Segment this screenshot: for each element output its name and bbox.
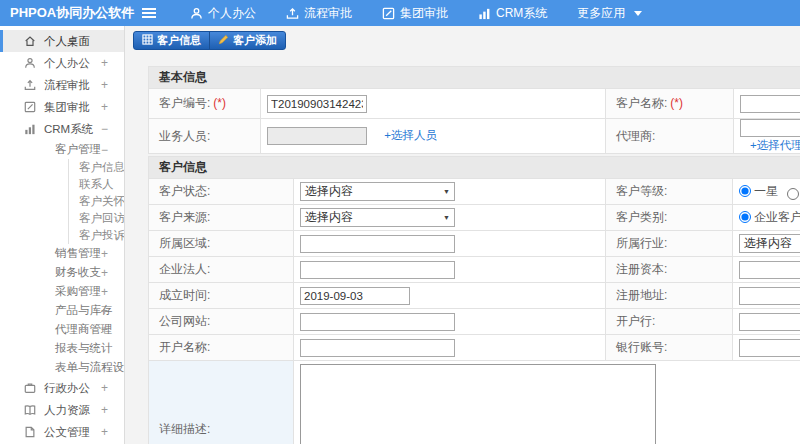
sidebar-item-form-flow-settings[interactable]: 表单与流程设置+ bbox=[0, 358, 124, 377]
bank-account-label: 银行账号: bbox=[606, 335, 733, 361]
sidebar-item-agent-mgmt[interactable]: 代理商管理 + bbox=[0, 320, 124, 339]
expand-icon[interactable]: + bbox=[101, 320, 108, 339]
expand-icon[interactable]: + bbox=[101, 399, 108, 421]
dropdown-arrow-icon: ▼ bbox=[443, 188, 450, 195]
collapse-icon[interactable]: − bbox=[101, 118, 108, 140]
sidebar-item-finance[interactable]: 财务收支 + bbox=[0, 263, 124, 282]
basic-info-section: 基本信息 客户编号:(*) 客户名称:(*) 业务人员: +选择人员 代理商 bbox=[148, 66, 800, 154]
sidebar-item-contacts[interactable]: 联系人 bbox=[69, 176, 124, 193]
user-icon bbox=[24, 57, 36, 69]
customer-category-label: 客户类别: bbox=[606, 205, 733, 231]
book-icon bbox=[24, 404, 36, 416]
sidebar-item-workflow-approval[interactable]: 流程审批 + bbox=[0, 74, 124, 96]
legal-person-input[interactable] bbox=[300, 261, 455, 279]
description-textarea[interactable] bbox=[300, 364, 656, 444]
grade-radio-2[interactable] bbox=[787, 188, 799, 200]
expand-icon[interactable]: + bbox=[101, 282, 108, 301]
expand-icon[interactable]: + bbox=[101, 96, 108, 118]
section-title-customer: 客户信息 bbox=[149, 157, 800, 179]
customer-status-select[interactable]: 选择内容▼ bbox=[300, 182, 455, 201]
sidebar-item-customer-care[interactable]: 客户关怀 bbox=[69, 193, 124, 210]
sidebar-item-crm[interactable]: CRM系统 − bbox=[0, 118, 124, 140]
registered-capital-input[interactable] bbox=[739, 261, 800, 279]
select-person-link[interactable]: +选择人员 bbox=[384, 129, 437, 141]
expand-icon[interactable]: + bbox=[101, 377, 108, 399]
select-agent-link[interactable]: +选择代理商 bbox=[750, 138, 800, 153]
dropdown-arrow-icon: ▼ bbox=[443, 214, 450, 221]
tab-customer-info[interactable]: 客户信息 bbox=[134, 32, 209, 49]
menu-toggle-icon[interactable] bbox=[142, 6, 156, 20]
region-label: 所属区域: bbox=[149, 231, 294, 257]
website-label: 公司网站: bbox=[149, 309, 294, 335]
nav-crm-system[interactable]: CRM系统 bbox=[478, 5, 547, 22]
sales-person-input[interactable] bbox=[267, 127, 367, 145]
sales-person-label: 业务人员: bbox=[149, 119, 261, 154]
sidebar-item-customer-info[interactable]: 客户信息 bbox=[69, 159, 124, 176]
pencil-icon bbox=[218, 34, 229, 47]
user-icon bbox=[190, 7, 203, 20]
sidebar-item-purchase[interactable]: 采购管理 + bbox=[0, 282, 124, 301]
bank-label: 开户行: bbox=[606, 309, 733, 335]
customer-mgmt-submenu: 客户信息 联系人 客户关怀 客户回访 客户投诉 bbox=[68, 159, 124, 244]
customer-name-label: 客户名称:(*) bbox=[606, 89, 734, 119]
sidebar-item-customer-visit[interactable]: 客户回访 bbox=[69, 210, 124, 227]
expand-icon[interactable]: + bbox=[101, 263, 108, 282]
sidebar: 个人桌面 个人办公 + 流程审批 + 集团审批 + CRM系统 − bbox=[0, 26, 125, 444]
category-enterprise-radio[interactable] bbox=[739, 211, 751, 223]
industry-select[interactable]: 选择内容▼ bbox=[739, 234, 800, 253]
home-icon bbox=[24, 35, 36, 47]
founded-date-label: 成立时间: bbox=[149, 283, 294, 309]
expand-icon[interactable]: + bbox=[101, 244, 108, 263]
sidebar-item-personal-office[interactable]: 个人办公 + bbox=[0, 52, 124, 74]
website-input[interactable] bbox=[300, 313, 455, 331]
sidebar-item-products-inventory[interactable]: 产品与库存 + bbox=[0, 301, 124, 320]
region-input[interactable] bbox=[300, 235, 455, 253]
upload-icon bbox=[286, 7, 299, 20]
sidebar-item-admin-office[interactable]: 行政办公 + bbox=[0, 377, 124, 399]
sidebar-item-reports[interactable]: 报表与统计 bbox=[0, 339, 124, 358]
customer-no-label: 客户编号:(*) bbox=[149, 89, 261, 119]
description-label: 详细描述: bbox=[149, 361, 294, 444]
founded-date-input[interactable] bbox=[300, 287, 410, 305]
category-option-enterprise[interactable]: 企业客户 bbox=[739, 209, 800, 226]
top-navigation: 个人办公 流程审批 集团审批 CRM系统 更多应用 bbox=[190, 5, 642, 22]
briefcase-icon bbox=[24, 382, 36, 394]
sidebar-item-sales-mgmt[interactable]: 销售管理 + bbox=[0, 244, 124, 263]
customer-grade-label: 客户等级: bbox=[606, 179, 733, 205]
agent-input[interactable] bbox=[740, 119, 800, 137]
registered-address-input[interactable] bbox=[739, 287, 800, 305]
nav-more-apps[interactable]: 更多应用 bbox=[577, 5, 642, 22]
sidebar-item-hr[interactable]: 人力资源 + bbox=[0, 399, 124, 421]
nav-personal-office[interactable]: 个人办公 bbox=[190, 5, 256, 22]
table-icon bbox=[142, 34, 153, 47]
account-name-label: 开户名称: bbox=[149, 335, 294, 361]
tab-customer-add[interactable]: 客户添加 bbox=[209, 32, 285, 49]
bank-input[interactable] bbox=[739, 313, 800, 331]
customer-status-label: 客户状态: bbox=[149, 179, 294, 205]
bank-account-input[interactable] bbox=[739, 339, 800, 357]
nav-group-approval[interactable]: 集团审批 bbox=[382, 5, 448, 22]
grade-option-one-star[interactable]: 一星 bbox=[739, 183, 778, 200]
account-name-input[interactable] bbox=[300, 339, 455, 357]
expand-icon[interactable]: + bbox=[101, 421, 108, 443]
section-title-basic: 基本信息 bbox=[149, 67, 800, 89]
topbar: PHPOA协同办公软件 个人办公 流程审批 集团审批 CRM系统 更多应用 bbox=[0, 0, 800, 26]
sidebar-item-customer-complaint[interactable]: 客户投诉 bbox=[69, 227, 124, 244]
upload-icon bbox=[24, 79, 36, 91]
industry-label: 所属行业: bbox=[606, 231, 733, 257]
collapse-icon[interactable]: − bbox=[101, 140, 108, 159]
customer-source-select[interactable]: 选择内容▼ bbox=[300, 208, 455, 227]
customer-name-input[interactable] bbox=[740, 95, 800, 113]
chart-icon bbox=[478, 7, 491, 20]
sidebar-item-customer-mgmt[interactable]: 客户管理 − bbox=[0, 140, 124, 159]
expand-icon[interactable]: + bbox=[101, 74, 108, 96]
sidebar-item-group-approval[interactable]: 集团审批 + bbox=[0, 96, 124, 118]
grade-one-star-radio[interactable] bbox=[739, 185, 751, 197]
sidebar-item-document-mgmt[interactable]: 公文管理 + bbox=[0, 421, 124, 443]
sidebar-item-desktop[interactable]: 个人桌面 bbox=[0, 30, 124, 52]
expand-icon[interactable]: + bbox=[101, 52, 108, 74]
main-content: 客户信息 客户添加 基本信息 客户编号:(*) 客户名称:(*) bbox=[125, 26, 800, 444]
nav-workflow-approval[interactable]: 流程审批 bbox=[286, 5, 352, 22]
expand-icon[interactable]: + bbox=[101, 301, 108, 320]
customer-no-input[interactable] bbox=[267, 95, 367, 113]
